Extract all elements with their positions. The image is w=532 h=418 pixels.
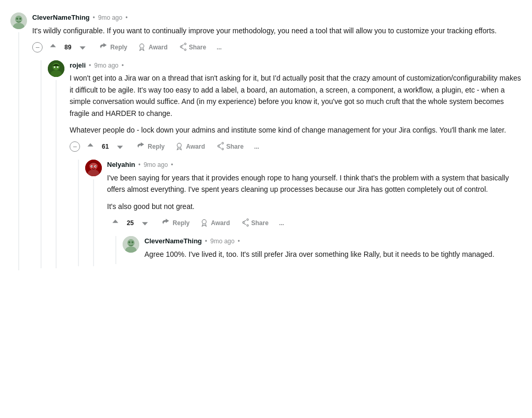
upvote-icon: [49, 43, 57, 52]
meta-dot-2: •: [89, 61, 91, 70]
meta-dot-3: •: [138, 160, 140, 169]
svg-point-4: [19, 18, 21, 20]
collapse-button-1[interactable]: −: [32, 42, 43, 53]
more-button-1[interactable]: ...: [212, 42, 226, 53]
comment-body-2-p1: I won't get into a Jira war on a thread …: [70, 72, 522, 119]
share-icon-3: [241, 218, 249, 228]
share-icon-2: [216, 142, 224, 151]
username-clevername-2[interactable]: CleverNameThing: [144, 236, 202, 246]
action-bar-2: − 61: [70, 140, 522, 153]
award-button-3[interactable]: Award: [196, 216, 234, 230]
award-label-3: Award: [211, 220, 230, 226]
upvote-icon-2: [86, 142, 95, 151]
collapse-button-2[interactable]: −: [70, 141, 80, 152]
more-button-2[interactable]: ...: [250, 141, 263, 152]
comment-1: CleverNameThing • 9mo ago • It's wildly …: [10, 12, 522, 270]
reply-button-2[interactable]: Reply: [132, 140, 169, 153]
share-button-1[interactable]: Share: [174, 41, 210, 54]
award-icon: [138, 43, 146, 52]
reply-icon: [99, 43, 108, 52]
share-icon: [178, 43, 187, 52]
award-button-2[interactable]: Award: [171, 140, 209, 153]
svg-point-8: [54, 66, 56, 68]
timestamp-4: 9mo ago: [210, 237, 235, 246]
comment-body-2-p2: Whatever people do - lock down your admi…: [70, 124, 522, 136]
vote-group-1: 89: [45, 41, 91, 54]
collapse-line-1[interactable]: [18, 32, 19, 270]
upvote-button-3[interactable]: [107, 216, 124, 230]
svg-point-5: [140, 44, 144, 48]
award-label-2: Award: [186, 143, 205, 150]
comment-meta-2: rojeli • 9mo ago •: [70, 60, 522, 71]
meta-dot-2b: •: [122, 61, 124, 70]
comment-4: CleverNameThing • 9mo ago • Agree: [123, 236, 522, 264]
share-label-3: Share: [251, 220, 269, 226]
comment-meta-1: CleverNameThing • 9mo ago •: [32, 12, 522, 23]
vote-count-1: 89: [62, 43, 73, 52]
meta-dot-3b: •: [171, 160, 173, 169]
vote-count-2: 61: [100, 142, 111, 151]
meta-dot-4: •: [205, 237, 207, 246]
comment-body-4-p1: Agree 100%. I've lived it, too. It's sti…: [144, 249, 522, 260]
comment-body-3-p2: It's also good but not great.: [107, 201, 522, 212]
nested-comments-rojeli: rojeli • 9mo ago • I won't get into a Ji…: [41, 60, 522, 268]
meta-dot-4b: •: [237, 237, 240, 246]
upvote-icon-3: [111, 218, 119, 228]
comment-right-2: rojeli • 9mo ago • I won't get into a Ji…: [70, 60, 522, 268]
svg-point-9: [57, 66, 59, 68]
share-label-2: Share: [227, 143, 244, 150]
comment-body-3: I've been saying for years that it provi…: [107, 172, 522, 212]
upvote-button-2[interactable]: [82, 140, 99, 153]
timestamp-2: 9mo ago: [94, 61, 118, 70]
comment-thread-1: CleverNameThing • 9mo ago • It's wildly …: [10, 8, 522, 277]
comment-left-2: [48, 60, 64, 268]
comment-2: rojeli • 9mo ago • I won't get into a Ji…: [48, 60, 522, 268]
award-icon-3: [200, 218, 208, 228]
award-button-1[interactable]: Award: [134, 41, 171, 54]
avatar-clevername-2: [123, 236, 139, 253]
avatar-rojeli: [48, 60, 64, 77]
comment-3: Nelyahin • 9mo ago • I've been saying fo…: [85, 160, 522, 266]
reply-icon-3: [162, 218, 170, 228]
reply-icon-2: [137, 142, 145, 151]
comment-left-4: [123, 236, 139, 264]
reply-button-3[interactable]: Reply: [157, 216, 194, 230]
svg-point-19: [202, 219, 206, 224]
nested-comments-nelyahin: Nelyahin • 9mo ago • I've been saying fo…: [78, 160, 522, 266]
comment-meta-4: CleverNameThing • 9mo ago •: [144, 236, 522, 246]
username-clevername-1[interactable]: CleverNameThing: [32, 12, 90, 23]
collapse-line-2[interactable]: [56, 80, 57, 268]
reply-label-3: Reply: [172, 220, 190, 226]
downvote-button-3[interactable]: [137, 216, 153, 230]
svg-point-17: [95, 166, 96, 167]
avatar-image-clevername-1: [10, 12, 27, 29]
downvote-button-1[interactable]: [74, 41, 91, 54]
reply-label-1: Reply: [110, 44, 127, 50]
comment-right-3: Nelyahin • 9mo ago • I've been saying fo…: [107, 160, 522, 266]
comment-body-1: It's wildly configurable. If you want to…: [32, 25, 522, 36]
timestamp-3: 9mo ago: [143, 160, 168, 169]
share-button-2[interactable]: Share: [211, 140, 248, 153]
upvote-button-1[interactable]: [45, 41, 61, 54]
comment-body-3-p1: I've been saying for years that it provi…: [107, 172, 522, 195]
timestamp-1: 9mo ago: [98, 13, 123, 22]
nested-comments-clevername2: CleverNameThing • 9mo ago • Agree: [115, 236, 522, 264]
comment-left-1: [10, 12, 27, 270]
downvote-button-2[interactable]: [112, 140, 128, 153]
meta-dot-1: •: [93, 13, 95, 22]
reply-button-1[interactable]: Reply: [95, 41, 131, 54]
downvote-icon-3: [141, 218, 149, 228]
username-rojeli[interactable]: rojeli: [70, 60, 86, 71]
share-button-3[interactable]: Share: [236, 216, 273, 230]
more-button-3[interactable]: ...: [275, 218, 288, 228]
comment-body-2: I won't get into a Jira war on a thread …: [70, 72, 522, 136]
comment-left-3: [85, 160, 102, 266]
username-nelyahin[interactable]: Nelyahin: [107, 160, 135, 170]
action-bar-1: − 89: [32, 41, 522, 54]
avatar-image-nelyahin: [85, 160, 102, 176]
downvote-icon: [78, 43, 87, 52]
collapse-line-3[interactable]: [93, 179, 94, 266]
comment-right-1: CleverNameThing • 9mo ago • It's wildly …: [32, 12, 522, 270]
reply-label-2: Reply: [148, 143, 165, 150]
avatar-clevername-1: [10, 12, 27, 29]
